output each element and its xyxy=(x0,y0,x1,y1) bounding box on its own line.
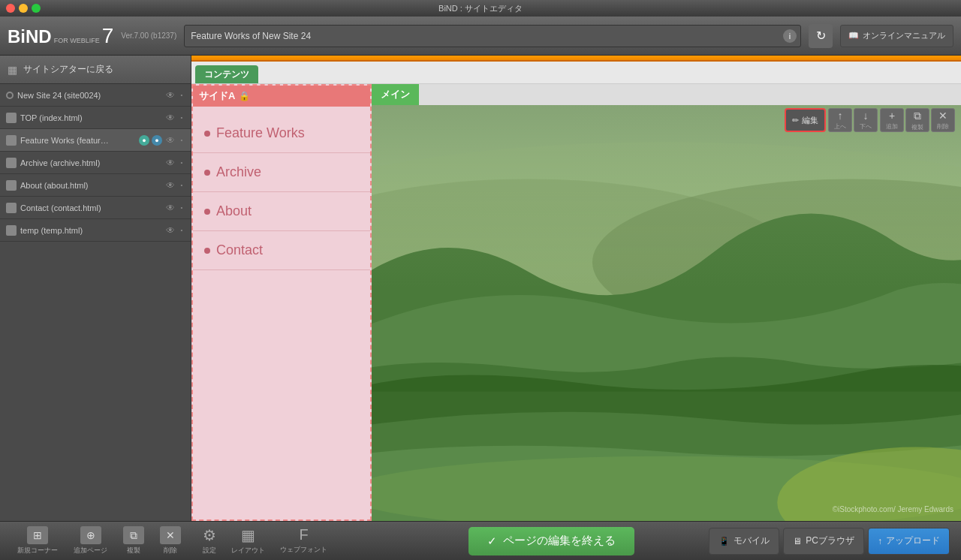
bottom-toolbar: ⊞ 新規コーナー ⊕ 追加ページ ⧉ 複製 ✕ 削除 ⚙ 設定 ▦ レイアウト … xyxy=(0,521,961,560)
site-name-item[interactable]: New Site 24 (site0024) 👁 • xyxy=(0,84,191,107)
main-panel: メイン ✏ 編集 ↑ 上へ xyxy=(372,84,961,521)
nav-item-archive[interactable]: Archive xyxy=(193,153,370,192)
page-icon xyxy=(6,158,17,168)
delete-button[interactable]: ✕ 削除 xyxy=(154,523,187,558)
up-arrow-icon: ↑ xyxy=(838,110,843,122)
menu-icon: ▦ xyxy=(8,64,17,76)
monitor-icon: 🖥 xyxy=(793,536,802,546)
page-label: Archive (archive.html) xyxy=(20,158,162,167)
sidebar-item-feature-works[interactable]: Feature Works (featur… ● ● 👁 • xyxy=(0,129,191,152)
add-page-button[interactable]: ⊕ 追加ページ xyxy=(68,523,113,558)
sidebar-item-top[interactable]: TOP (index.html) 👁 • xyxy=(0,107,191,129)
mobile-icon: 📱 xyxy=(718,536,730,546)
svg-rect-4 xyxy=(372,105,961,290)
editor-layout: サイドA 🔒 Feature Works Archive xyxy=(191,84,961,521)
bottom-main-section: ✓ ページの編集を終える xyxy=(394,527,709,555)
copy-icon: ⧉ xyxy=(914,110,921,122)
pc-browser-button[interactable]: 🖥 PCブラウザ xyxy=(783,528,864,555)
visibility-icon[interactable]: 👁 xyxy=(166,90,175,101)
refresh-button[interactable]: ↻ xyxy=(809,24,833,48)
sidebar-item-contact[interactable]: Contact (contact.html) 👁 • xyxy=(0,197,191,219)
nav-item-label: Contact xyxy=(216,242,263,258)
more-icon[interactable]: • xyxy=(179,159,185,166)
edit-button[interactable]: ✏ 編集 xyxy=(785,108,826,132)
window-title: BiND : サイトエディタ xyxy=(438,3,523,14)
info-button[interactable]: i xyxy=(783,29,797,43)
duplicate-button[interactable]: ⧉ 複製 xyxy=(905,108,929,132)
bottom-right-section: 📱 モバイル 🖥 PCブラウザ ↑ アップロード xyxy=(709,528,950,555)
minimize-button[interactable] xyxy=(19,4,28,13)
nav-bullet xyxy=(204,209,210,215)
settings-icon: ⚙ xyxy=(203,526,216,544)
main-tab[interactable]: メイン xyxy=(372,84,419,105)
main-toolbar: BiND FOR WEBLIFE 7 Ver.7.00 (b1237) Feat… xyxy=(0,17,961,56)
move-up-button[interactable]: ↑ 上へ xyxy=(828,108,852,132)
more-icon[interactable]: • xyxy=(179,137,185,143)
app-logo: BiND FOR WEBLIFE 7 xyxy=(8,24,113,48)
position-buttons: ↑ 上へ ↓ 下へ xyxy=(828,108,878,132)
logo-sub: FOR WEBLIFE xyxy=(54,37,100,45)
copy-button[interactable]: ⧉ 複製 xyxy=(117,523,150,558)
more-icon[interactable]: • xyxy=(179,114,185,121)
page-icon xyxy=(6,180,17,191)
mobile-button[interactable]: 📱 モバイル xyxy=(709,528,779,555)
content-area: ▦ サイトシアターに戻る New Site 24 (site0024) 👁 • … xyxy=(0,56,961,521)
eye-icon[interactable]: 👁 xyxy=(166,113,175,123)
nav-item-label: Archive xyxy=(216,164,261,180)
window-controls[interactable] xyxy=(6,4,41,13)
eye-icon[interactable]: 👁 xyxy=(166,225,175,236)
sidebar: ▦ サイトシアターに戻る New Site 24 (site0024) 👁 • … xyxy=(0,56,191,521)
nav-bullet xyxy=(204,170,210,176)
more-icon[interactable]: • xyxy=(179,227,185,233)
upload-icon: ↑ xyxy=(878,536,882,546)
page-label: Contact (contact.html) xyxy=(20,203,162,212)
delete-icon: ✕ xyxy=(160,526,181,544)
more-icon[interactable]: • xyxy=(179,92,185,98)
new-corner-button[interactable]: ⊞ 新規コーナー xyxy=(11,523,64,558)
sidebar-item-about[interactable]: About (about.html) 👁 • xyxy=(0,174,191,197)
title-bar: BiND : サイトエディタ xyxy=(0,0,961,17)
layout-button[interactable]: ▦ レイアウト xyxy=(231,526,265,555)
side-a-panel: サイドA 🔒 Feature Works Archive xyxy=(191,84,372,521)
eye-icon[interactable]: 👁 xyxy=(166,135,175,146)
close-button[interactable] xyxy=(6,4,15,13)
sidebar-item-temp[interactable]: temp (temp.html) 👁 • xyxy=(0,219,191,242)
logo-bind: BiND xyxy=(8,26,52,47)
side-a-header: サイドA 🔒 xyxy=(193,86,370,107)
refresh-icon: ↻ xyxy=(816,29,826,43)
page-icon xyxy=(6,203,17,213)
eye-icon[interactable]: 👁 xyxy=(166,180,175,191)
back-to-site-theater[interactable]: ▦ サイトシアターに戻る xyxy=(0,56,191,84)
site-title: Feature Works of New Site 24 xyxy=(191,31,311,41)
layout-icon: ▦ xyxy=(241,526,255,544)
editor-main: コンテンツ サイドA 🔒 Feature Works xyxy=(191,56,961,521)
nav-item-feature-works[interactable]: Feature Works xyxy=(193,114,370,153)
contents-tab[interactable]: コンテンツ xyxy=(195,65,258,83)
bottom-left-section: ⊞ 新規コーナー ⊕ 追加ページ ⧉ 複製 ✕ 削除 xyxy=(11,523,203,558)
action-buttons: + 追加 ⧉ 複製 ✕ 削除 xyxy=(880,108,955,132)
lock-icon: 🔒 xyxy=(239,91,250,101)
add-button[interactable]: + 追加 xyxy=(880,108,904,132)
page-icon xyxy=(6,135,17,146)
version-detail: Ver.7.00 (b1237) xyxy=(121,32,176,40)
delete-block-button[interactable]: ✕ 削除 xyxy=(931,108,955,132)
nav-item-contact[interactable]: Contact xyxy=(193,231,370,270)
eye-icon[interactable]: 👁 xyxy=(166,158,175,168)
page-label: About (about.html) xyxy=(20,181,162,190)
finish-edit-button[interactable]: ✓ ページの編集を終える xyxy=(468,527,634,555)
eye-icon[interactable]: 👁 xyxy=(166,203,175,213)
move-down-button[interactable]: ↓ 下へ xyxy=(854,108,878,132)
down-arrow-icon: ↓ xyxy=(863,110,869,122)
web-font-button[interactable]: F ウェブフォント xyxy=(280,526,327,555)
maximize-button[interactable] xyxy=(32,4,41,13)
nav-item-label: About xyxy=(216,203,252,219)
settings-button[interactable]: ⚙ 設定 xyxy=(203,526,216,555)
more-icon[interactable]: • xyxy=(179,182,185,188)
nav-item-about[interactable]: About xyxy=(193,192,370,231)
site-title-bar: Feature Works of New Site 24 i xyxy=(184,25,801,47)
more-icon[interactable]: • xyxy=(179,204,185,211)
sidebar-item-archive[interactable]: Archive (archive.html) 👁 • xyxy=(0,152,191,174)
upload-button[interactable]: ↑ アップロード xyxy=(868,528,950,555)
image-credit: ©iStockphoto.com/ Jeremy Edwards xyxy=(833,505,953,513)
online-manual-button[interactable]: 📖 オンラインマニュアル xyxy=(840,25,953,47)
